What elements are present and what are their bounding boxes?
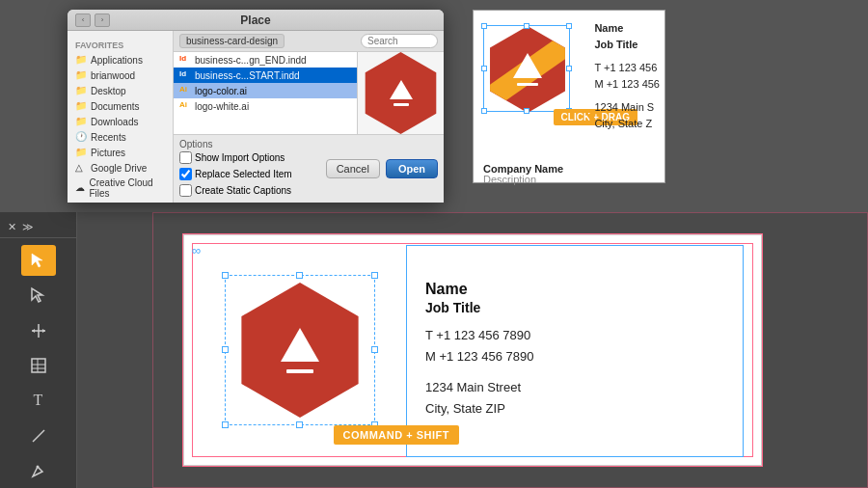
tool-direct-select-button[interactable] xyxy=(21,280,56,311)
sidebar-section-title: Favorites xyxy=(68,37,173,52)
tool-resize-button[interactable] xyxy=(21,315,56,346)
top-addr2: City, State Z xyxy=(594,116,660,132)
link-icon: ∞ xyxy=(192,243,201,258)
hex-line-top xyxy=(517,83,538,86)
file-item-logo-white[interactable]: Ai logo-white.ai xyxy=(174,98,357,114)
ai-icon: Ai xyxy=(179,85,191,96)
tool-select-button[interactable] xyxy=(21,245,56,276)
handle-main-tl xyxy=(222,272,229,279)
nav-back-button[interactable]: ‹ xyxy=(75,14,91,27)
cancel-button[interactable]: Cancel xyxy=(326,159,380,178)
file-item-end[interactable]: Id business-c...gn_END.indd xyxy=(174,52,357,68)
top-contact: T +1 123 456 M +1 123 456 xyxy=(594,60,660,92)
pen-tool-icon xyxy=(30,462,47,479)
sidebar-downloads[interactable]: 📁Downloads xyxy=(68,114,173,129)
resize-icon xyxy=(30,322,47,339)
checkbox-create-captions: Create Static Captions xyxy=(179,184,292,197)
sidebar-documents[interactable]: 📁Documents xyxy=(68,98,173,114)
top-phone1: T +1 123 456 xyxy=(594,60,660,76)
dialog-main: business-card-design Id business-c...gn_… xyxy=(174,31,444,203)
sidebar-desktop[interactable]: 📁Desktop xyxy=(68,83,173,98)
file-item-logo-color[interactable]: Ai logo-color.ai xyxy=(174,83,357,98)
canvas-main: ∞ xyxy=(77,212,868,488)
clock-icon: 🕐 xyxy=(75,131,87,143)
card-name: Name xyxy=(425,281,742,298)
svg-marker-4 xyxy=(32,329,35,333)
top-selection-box xyxy=(483,25,570,112)
top-hex-symbol xyxy=(513,53,542,86)
triangle-icon-main xyxy=(281,328,319,362)
preview-hex xyxy=(360,52,442,134)
drive-icon: △ xyxy=(75,162,87,174)
top-job-title: Job Title xyxy=(594,37,660,53)
breadcrumb-button[interactable]: business-card-design xyxy=(179,34,285,48)
top-hex xyxy=(484,26,571,113)
handle-main-tm xyxy=(296,272,303,279)
dialog-body: Favorites 📁Applications 📁brianwood 📁Desk… xyxy=(68,31,444,203)
card-logo-area: ∞ xyxy=(184,235,416,465)
sidebar-creative-cloud[interactable]: ☁Creative Cloud Files xyxy=(68,176,173,201)
top-address: 1234 Main S City, State Z xyxy=(594,99,660,131)
handle-bm xyxy=(524,108,529,114)
direct-select-icon xyxy=(30,286,47,304)
triangle-icon-top xyxy=(513,53,542,78)
sidebar-recents[interactable]: 🕐Recents xyxy=(68,129,173,145)
hex-line-small xyxy=(393,103,409,106)
preview-hex-symbol xyxy=(390,80,413,106)
hex-container: ↺ COMMAND + SHIFT xyxy=(232,283,367,418)
handle-main-bm xyxy=(296,421,303,428)
open-button[interactable]: Open xyxy=(386,159,438,178)
options-label: Options xyxy=(179,139,292,149)
handle-bl xyxy=(481,108,487,114)
business-card: ∞ xyxy=(183,234,762,466)
sidebar-applications[interactable]: 📁Applications xyxy=(68,52,173,68)
card-phone1: T +1 123 456 7890 xyxy=(425,325,742,346)
card-address2: City, State ZIP xyxy=(425,398,742,420)
expand-icon[interactable]: ≫ xyxy=(22,221,34,233)
dialog-title: Place xyxy=(240,14,270,27)
top-section: ‹ › Place Favorites 📁Applications 📁brian… xyxy=(0,0,868,212)
search-input[interactable] xyxy=(361,34,438,48)
folder-icon: 📁 xyxy=(75,69,87,81)
sidebar-pictures[interactable]: 📁Pictures xyxy=(68,145,173,160)
indd-icon: Id xyxy=(179,54,191,66)
sidebar-brianwood[interactable]: 📁brianwood xyxy=(68,68,173,83)
close-icon[interactable]: ✕ xyxy=(8,221,16,233)
card-phone-section: T +1 123 456 7890 M +1 123 456 7890 xyxy=(425,325,742,367)
top-name: Name xyxy=(594,20,660,37)
file-item-start[interactable]: Id business-c...START.indd xyxy=(174,68,357,83)
ai-icon-2: Ai xyxy=(179,100,191,112)
dialog-toolbar: business-card-design xyxy=(174,31,444,52)
file-dialog: ‹ › Place Favorites 📁Applications 📁brian… xyxy=(68,10,444,203)
tool-table-button[interactable] xyxy=(21,350,56,381)
tool-pen-button[interactable] xyxy=(21,455,56,486)
bottom-section: ✕ ≫ xyxy=(0,212,868,488)
table-icon xyxy=(30,357,47,374)
preview-logo xyxy=(360,52,442,134)
checkbox-replace-selected: Replace Selected Item xyxy=(179,168,292,180)
top-addr1: 1234 Main S xyxy=(594,99,660,116)
dialog-footer: Options Show Import Options Replace Sele… xyxy=(174,134,444,203)
nav-forward-button[interactable]: › xyxy=(95,14,110,27)
footer-buttons: Cancel Open xyxy=(326,159,438,178)
text-tool-label: T xyxy=(34,392,43,409)
handle-tl xyxy=(481,23,487,29)
svg-point-11 xyxy=(36,465,39,468)
toolbar-left: ✕ ≫ xyxy=(0,212,77,488)
tool-text-button[interactable]: T xyxy=(21,385,56,416)
handle-main-mr xyxy=(371,346,378,353)
sidebar-google-drive[interactable]: △Google Drive xyxy=(68,160,173,176)
svg-rect-6 xyxy=(32,359,45,372)
handle-main-ml xyxy=(222,346,229,353)
card-job-title: Job Title xyxy=(425,300,742,315)
line-tool-icon xyxy=(30,427,47,445)
top-right-panel: CLICK + DRAG ➘ Name Job Title T +1 123 4… xyxy=(453,0,868,212)
tool-line-button[interactable] xyxy=(21,420,56,450)
svg-marker-0 xyxy=(32,254,42,267)
folder-icon: 📁 xyxy=(75,116,87,127)
folder-icon: 📁 xyxy=(75,85,87,96)
checkbox-show-import: Show Import Options xyxy=(179,151,292,164)
cloud-icon: ☁ xyxy=(75,182,85,194)
card-text-area: Name Job Title T +1 123 456 7890 M +1 12… xyxy=(416,235,761,465)
folder-icon: 📁 xyxy=(75,100,87,112)
